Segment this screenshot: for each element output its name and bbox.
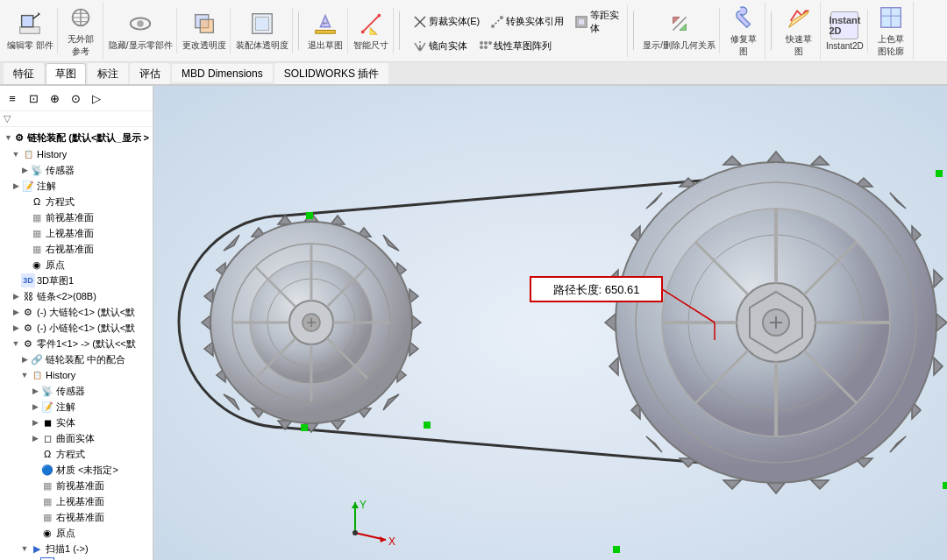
exit-sketch-icon[interactable]: ↩ bbox=[311, 10, 339, 38]
change-trans-icon[interactable] bbox=[190, 10, 218, 38]
icon-history-sub: 📋 bbox=[30, 368, 44, 382]
icon-sweep1: ▶ bbox=[30, 542, 44, 556]
right-plane-text: 右视基准面 bbox=[46, 243, 94, 256]
arrow-history-sub: ▼ bbox=[19, 371, 30, 379]
svg-rect-125 bbox=[301, 424, 308, 431]
instant2d-label-text: Instant2D bbox=[829, 15, 860, 36]
no-ext-icon[interactable] bbox=[67, 4, 95, 32]
tab-sketch[interactable]: 草图 bbox=[46, 63, 86, 84]
sketch-array-btn[interactable]: 线性草图阵列 bbox=[474, 38, 556, 55]
tab-evaluate[interactable]: 评估 bbox=[130, 63, 170, 84]
tree-part1[interactable]: ▼ ⚙ 零件1<1> -> (默认<<默 bbox=[0, 336, 153, 351]
tree-history-sub[interactable]: ▼ 📋 History bbox=[0, 367, 153, 383]
repair-icon[interactable] bbox=[730, 4, 758, 32]
tree-surface[interactable]: ▶ ◻ 曲面实体 bbox=[0, 430, 153, 446]
icon-sensor2: 📡 bbox=[40, 384, 54, 398]
tree-annot2[interactable]: ▶ 📝 注解 bbox=[0, 399, 153, 415]
tab-solidworks-plugin[interactable]: SOLIDWORKS 插件 bbox=[274, 63, 389, 84]
instant2d-icon[interactable]: Instant2D bbox=[830, 11, 858, 39]
tree-origin2[interactable]: ◉ 原点 bbox=[0, 525, 153, 541]
tree-small-sprocket[interactable]: ▶ ⚙ (-) 小链轮<1> (默认<默 bbox=[0, 320, 153, 336]
convert-ref-btn[interactable]: 转换实体引用 bbox=[486, 13, 568, 31]
chain-text: 链条<2>(08B) bbox=[37, 290, 96, 303]
sidebar-icon-tree[interactable]: ≡ bbox=[3, 89, 22, 108]
tree-solid[interactable]: ▶ ◼ 实体 bbox=[0, 415, 153, 430]
tree-chain[interactable]: ▶ ⛓ 链条<2>(08B) bbox=[0, 288, 153, 304]
tree-material[interactable]: 🔵 材质 <未指定> bbox=[0, 462, 153, 478]
svg-point-32 bbox=[488, 41, 492, 45]
hide-show-icon[interactable] bbox=[126, 10, 154, 38]
tab-mbd[interactable]: MBD Dimensions bbox=[172, 64, 273, 82]
edit-part-icon[interactable] bbox=[16, 10, 44, 38]
tb-group-noext: 无外部参考 bbox=[60, 2, 103, 60]
no-ext-label: 无外部参考 bbox=[68, 33, 94, 58]
tree-right-plane[interactable]: ▦ 右视基准面 bbox=[0, 241, 153, 257]
svg-point-24 bbox=[500, 16, 503, 19]
tree-front-plane[interactable]: ▦ 前视基准面 bbox=[0, 209, 153, 225]
smart-dim-icon[interactable]: 📐 bbox=[357, 10, 385, 38]
arrow-sensor2: ▶ bbox=[30, 386, 40, 395]
tree-sweep1[interactable]: ▼ ▶ 扫描1 (->) bbox=[0, 541, 153, 556]
annot2-text: 注解 bbox=[56, 401, 75, 414]
svg-point-28 bbox=[480, 41, 483, 45]
mirror-solid-btn[interactable]: 镜向实体 bbox=[409, 38, 472, 55]
tree-origin[interactable]: ◉ 原点 bbox=[0, 257, 153, 273]
tree-sensor[interactable]: ▶ 📡 传感器 bbox=[0, 162, 153, 178]
sidebar-icon-property[interactable]: ⊡ bbox=[24, 89, 43, 108]
tree-assembly-title[interactable]: ▼ ⚙ 链轮装配 (默认<默认_显示 > bbox=[0, 129, 153, 146]
cut-solid-label: 剪裁实体(E) bbox=[429, 15, 481, 28]
tree-sensor2[interactable]: ▶ 📡 传感器 bbox=[0, 383, 153, 399]
tree-equations[interactable]: Ω 方程式 bbox=[0, 194, 153, 209]
sidebar-icon-display[interactable]: ⊙ bbox=[66, 89, 85, 108]
tree-sketch2[interactable]: □ 草图2 bbox=[0, 556, 153, 560]
solid-text: 实体 bbox=[56, 416, 75, 429]
fast-sketch-icon[interactable] bbox=[785, 4, 813, 32]
tree-history-root[interactable]: ▼ 📋 History bbox=[0, 146, 153, 162]
color-sketch-label: 上色草图轮廓 bbox=[878, 33, 904, 58]
sidebar-icon-config[interactable]: ⊕ bbox=[45, 89, 64, 108]
svg-point-19 bbox=[361, 31, 365, 34]
tree-right-plane2[interactable]: ▦ 右视基准面 bbox=[0, 509, 153, 525]
tb-group-repair: 修复草图 bbox=[722, 2, 765, 60]
arrow-sweep1: ▼ bbox=[19, 544, 30, 553]
tab-feature[interactable]: 特征 bbox=[4, 63, 44, 84]
small-sprocket-text: (-) 小链轮<1> (默认<默 bbox=[37, 322, 135, 335]
asm-trans-label: 装配体透明度 bbox=[236, 39, 288, 52]
icon-annot2: 📝 bbox=[40, 400, 54, 414]
tree-annot[interactable]: ▶ 📝 注解 bbox=[0, 178, 153, 194]
svg-rect-128 bbox=[943, 482, 947, 489]
tree-equations2[interactable]: Ω 方程式 bbox=[0, 446, 153, 462]
tree-top-plane2[interactable]: ▦ 上视基准面 bbox=[0, 493, 153, 509]
icon-top-plane: ▦ bbox=[30, 226, 44, 240]
arrow-assembly: ▼ bbox=[4, 133, 13, 142]
tab-annotation[interactable]: 标注 bbox=[88, 63, 128, 84]
tree-big-sprocket[interactable]: ▶ ⚙ (-) 大链轮<1> (默认<默 bbox=[0, 304, 153, 320]
assembly-title-text: 链轮装配 (默认<默认_显示 > bbox=[27, 131, 149, 145]
sidebar-icon-expand[interactable]: ▷ bbox=[87, 89, 106, 108]
asm-trans-icon[interactable] bbox=[248, 10, 276, 38]
annot-text: 注解 bbox=[37, 180, 56, 193]
icon-big-sprocket: ⚙ bbox=[21, 305, 35, 319]
arrow-annot2: ▶ bbox=[30, 402, 40, 411]
3dsketch1-text: 3D草图1 bbox=[37, 274, 74, 287]
tree-top-plane[interactable]: ▦ 上视基准面 bbox=[0, 225, 153, 241]
viewport[interactable]: 路径长度: 650.61 Y X bbox=[153, 86, 947, 560]
icon-assembly: ⚙ bbox=[13, 131, 25, 145]
show-hide-rel-icon[interactable] bbox=[666, 10, 694, 38]
tree-front-plane2[interactable]: ▦ 前视基准面 bbox=[0, 478, 153, 493]
cut-solid-btn[interactable]: 剪裁实体(E) bbox=[409, 13, 485, 31]
origin2-text: 原点 bbox=[56, 527, 75, 540]
svg-point-140 bbox=[352, 530, 358, 535]
tree-mate[interactable]: ▶ 🔗 链轮装配 中的配合 bbox=[0, 351, 153, 367]
color-sketch-icon[interactable] bbox=[877, 4, 905, 32]
icon-top-plane2: ▦ bbox=[40, 494, 54, 508]
equal-btn[interactable]: 等距实体 bbox=[570, 7, 623, 37]
icon-3dsketch1: 3D bbox=[21, 273, 35, 287]
tree-3dsketch1[interactable]: 3D 3D草图1 bbox=[0, 273, 153, 288]
big-sprocket-text: (-) 大链轮<1> (默认<默 bbox=[37, 306, 135, 319]
sweep1-text: 扫描1 (->) bbox=[46, 542, 89, 556]
arrow-surface: ▶ bbox=[30, 434, 40, 443]
svg-rect-129 bbox=[613, 546, 620, 553]
icon-origin2: ◉ bbox=[40, 526, 54, 540]
arrow-history-root: ▼ bbox=[11, 150, 21, 159]
